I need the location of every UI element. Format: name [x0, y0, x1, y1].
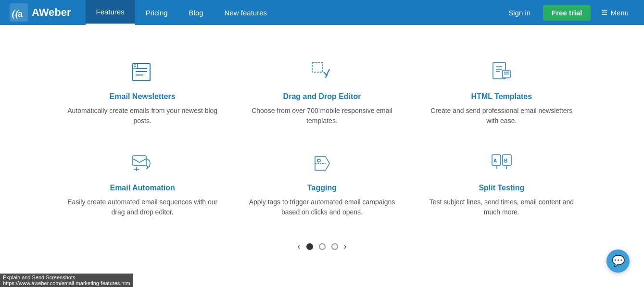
statusbar-line1: Explain and Send Screenshots: [3, 275, 130, 280]
statusbar: Explain and Send Screenshots https://www…: [0, 274, 133, 287]
feature-desc-tagging: Apply tags to trigger automated email ca…: [247, 197, 397, 217]
chat-icon: 💬: [612, 255, 625, 267]
next-arrow[interactable]: ›: [344, 241, 347, 251]
nav-new-features[interactable]: New features: [214, 0, 278, 25]
svg-text:a: a: [18, 9, 23, 19]
pag-dot-1[interactable]: [306, 243, 313, 250]
pag-dot-3[interactable]: [331, 243, 338, 250]
prev-arrow[interactable]: ‹: [298, 241, 301, 251]
menu-button[interactable]: ☰ Menu: [595, 8, 634, 17]
free-trial-button[interactable]: Free trial: [543, 5, 591, 21]
feature-split-testing: A B Split Testing Test subject lines, se…: [417, 145, 586, 222]
nav-blog[interactable]: Blog: [178, 0, 214, 25]
html-templates-icon: [488, 59, 515, 86]
signin-link[interactable]: Sign in: [501, 9, 538, 17]
feature-automation: Email Automation Easily create automated…: [58, 145, 227, 222]
feature-title-drag-drop: Drag and Drop Editor: [283, 92, 361, 101]
automation-icon: [129, 150, 156, 177]
navbar: (( a AWeber Features Pricing Blog New fe…: [0, 0, 644, 25]
svg-point-23: [317, 159, 320, 162]
feature-title-html: HTML Templates: [471, 92, 532, 101]
split-testing-icon: A B: [488, 150, 515, 177]
pag-dot-2[interactable]: [319, 243, 326, 250]
svg-rect-20: [133, 156, 146, 165]
svg-text:B: B: [504, 158, 507, 163]
feature-desc-html: Create and send professional email newsl…: [426, 106, 577, 126]
pagination: ‹ ›: [38, 241, 606, 261]
feature-html-templates: HTML Templates Create and send professio…: [417, 54, 586, 131]
logo[interactable]: (( a AWeber: [10, 3, 71, 22]
drag-drop-icon: [308, 59, 335, 86]
svg-text:A: A: [493, 158, 497, 163]
nav-links: Features Pricing Blog New features: [86, 0, 501, 25]
feature-tagging: Tagging Apply tags to trigger automated …: [237, 145, 407, 222]
hamburger-icon: ☰: [601, 8, 607, 17]
feature-desc-automation: Easily create automated email sequences …: [67, 197, 218, 217]
feature-desc-newsletters: Automatically create emails from your ne…: [67, 106, 218, 126]
chat-bubble[interactable]: 💬: [606, 250, 630, 273]
feature-email-newsletters: Email Newsletters Automatically create e…: [58, 54, 227, 131]
nav-right: Sign in Free trial ☰ Menu: [501, 5, 634, 21]
feature-desc-split: Test subject lines, send times, email co…: [426, 197, 577, 217]
feature-title-split: Split Testing: [479, 184, 524, 192]
feature-title-newsletters: Email Newsletters: [110, 92, 176, 101]
newsletter-icon: [129, 59, 156, 86]
tagging-icon: [308, 150, 335, 177]
features-grid: Email Newsletters Automatically create e…: [58, 54, 587, 222]
svg-rect-7: [133, 63, 138, 68]
nav-features[interactable]: Features: [86, 0, 135, 25]
logo-text: AWeber: [32, 6, 71, 19]
main-content: Email Newsletters Automatically create e…: [0, 25, 644, 275]
feature-desc-drag-drop: Choose from over 700 mobile responsive e…: [247, 106, 397, 126]
statusbar-line2: https://www.aweber.com/email-marketing-f…: [3, 280, 130, 286]
feature-title-automation: Email Automation: [110, 184, 175, 192]
svg-rect-10: [312, 62, 323, 72]
feature-title-tagging: Tagging: [307, 184, 337, 192]
svg-point-12: [326, 74, 328, 76]
nav-pricing[interactable]: Pricing: [135, 0, 178, 25]
feature-drag-drop: Drag and Drop Editor Choose from over 70…: [237, 54, 407, 131]
